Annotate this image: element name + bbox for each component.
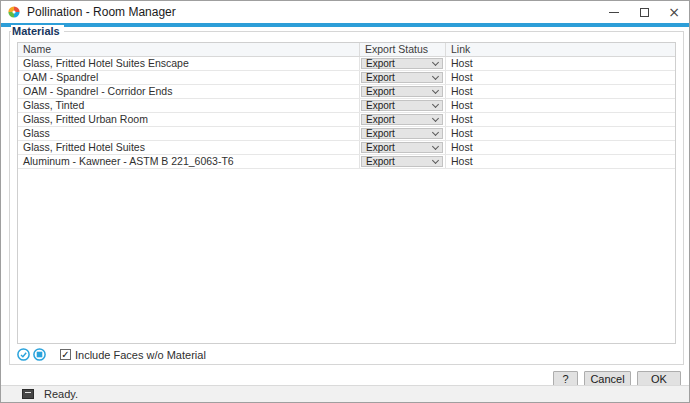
cell-link: Host xyxy=(446,113,675,126)
deselect-all-icon[interactable] xyxy=(33,348,46,361)
table-row[interactable]: Glass, Fritted Hotel Suites Enscape Expo… xyxy=(18,57,675,71)
window-title: Pollination - Room Manager xyxy=(27,5,176,19)
chevron-down-icon xyxy=(432,156,439,163)
titlebar: Pollination - Room Manager × xyxy=(1,1,689,23)
include-faces-checkbox[interactable]: ✓ xyxy=(60,349,71,360)
cell-export-status: Export xyxy=(360,141,446,154)
materials-group: Materials Name Export Status Link Glass,… xyxy=(9,31,684,365)
chevron-down-icon xyxy=(432,100,439,107)
maximize-icon xyxy=(640,8,649,17)
cell-name: Glass, Fritted Hotel Suites xyxy=(18,141,360,154)
cell-export-status: Export xyxy=(360,155,446,168)
close-button[interactable]: × xyxy=(659,1,689,23)
cell-export-status: Export xyxy=(360,71,446,84)
chevron-down-icon xyxy=(432,128,439,135)
cell-link: Host xyxy=(446,57,675,70)
export-status-dropdown[interactable]: Export xyxy=(361,86,443,97)
export-status-value: Export xyxy=(366,156,395,167)
export-status-value: Export xyxy=(366,114,395,125)
minimize-icon xyxy=(609,12,619,13)
cell-link: Host xyxy=(446,127,675,140)
export-status-dropdown[interactable]: Export xyxy=(361,156,443,167)
status-bar: Ready. xyxy=(1,385,689,402)
export-status-value: Export xyxy=(366,128,395,139)
export-status-value: Export xyxy=(366,142,395,153)
export-status-dropdown[interactable]: Export xyxy=(361,58,443,69)
table-row[interactable]: OAM - Spandrel - Corridor Ends Export Ho… xyxy=(18,85,675,99)
accent-bar xyxy=(1,23,689,27)
cell-export-status: Export xyxy=(360,85,446,98)
cell-name: Aluminum - Kawneer - ASTM B 221_6063-T6 xyxy=(18,155,360,168)
chevron-down-icon xyxy=(432,58,439,65)
table-row[interactable]: Aluminum - Kawneer - ASTM B 221_6063-T6 … xyxy=(18,155,675,169)
cell-export-status: Export xyxy=(360,57,446,70)
column-header-name: Name xyxy=(18,43,360,56)
cell-name: Glass, Fritted Urban Room xyxy=(18,113,360,126)
pollination-logo-icon xyxy=(7,5,21,19)
cell-export-status: Export xyxy=(360,113,446,126)
cell-name: Glass, Fritted Hotel Suites Enscape xyxy=(18,57,360,70)
export-status-value: Export xyxy=(366,72,395,83)
cell-link: Host xyxy=(446,71,675,84)
cell-export-status: Export xyxy=(360,99,446,112)
export-status-value: Export xyxy=(366,86,395,97)
minimize-button[interactable] xyxy=(599,1,629,23)
cell-name: OAM - Spandrel xyxy=(18,71,360,84)
export-status-dropdown[interactable]: Export xyxy=(361,100,443,111)
checkmark-icon: ✓ xyxy=(61,350,69,360)
close-icon: × xyxy=(668,7,680,17)
export-status-dropdown[interactable]: Export xyxy=(361,142,443,153)
export-status-dropdown[interactable]: Export xyxy=(361,128,443,139)
export-status-value: Export xyxy=(366,100,395,111)
chevron-down-icon xyxy=(432,114,439,121)
column-header-link: Link xyxy=(446,43,675,56)
table-row[interactable]: Glass, Fritted Urban Room Export Host xyxy=(18,113,675,127)
chevron-down-icon xyxy=(432,86,439,93)
table-row[interactable]: Glass Export Host xyxy=(18,127,675,141)
window-controls: × xyxy=(599,1,689,23)
column-header-export-status: Export Status xyxy=(360,43,446,56)
export-status-dropdown[interactable]: Export xyxy=(361,114,443,125)
table-footer: ✓ Include Faces w/o Material xyxy=(17,347,206,362)
table-header: Name Export Status Link xyxy=(18,43,675,57)
table-row[interactable]: Glass, Tinted Export Host xyxy=(18,99,675,113)
cell-link: Host xyxy=(446,99,675,112)
cell-name: Glass, Tinted xyxy=(18,99,360,112)
materials-table: Name Export Status Link Glass, Fritted H… xyxy=(17,42,676,344)
maximize-button[interactable] xyxy=(629,1,659,23)
export-status-dropdown[interactable]: Export xyxy=(361,72,443,83)
cell-name: Glass xyxy=(18,127,360,140)
cell-link: Host xyxy=(446,141,675,154)
include-faces-label: Include Faces w/o Material xyxy=(75,349,206,361)
console-icon xyxy=(22,389,34,399)
cell-export-status: Export xyxy=(360,127,446,140)
chevron-down-icon xyxy=(432,72,439,79)
chevron-down-icon xyxy=(432,142,439,149)
table-row[interactable]: OAM - Spandrel Export Host xyxy=(18,71,675,85)
cell-name: OAM - Spandrel - Corridor Ends xyxy=(18,85,360,98)
table-body: Glass, Fritted Hotel Suites Enscape Expo… xyxy=(18,57,675,169)
cell-link: Host xyxy=(446,85,675,98)
room-manager-window: Pollination - Room Manager × Materials N… xyxy=(0,0,690,403)
materials-group-title: Materials xyxy=(11,25,64,37)
export-status-value: Export xyxy=(366,58,395,69)
cell-link: Host xyxy=(446,155,675,168)
status-text: Ready. xyxy=(44,388,78,400)
select-all-icon[interactable] xyxy=(17,348,30,361)
table-row[interactable]: Glass, Fritted Hotel Suites Export Host xyxy=(18,141,675,155)
